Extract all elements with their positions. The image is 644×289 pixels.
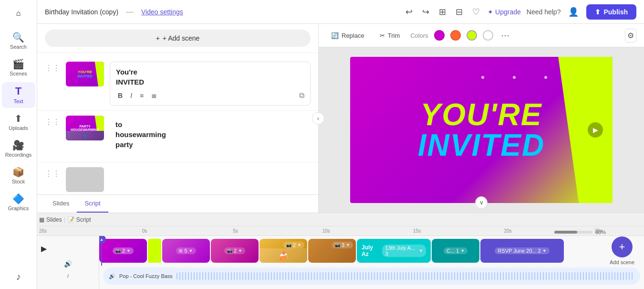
sidebar-item-stock[interactable]: 📦 Stock (2, 163, 35, 188)
scene-thumb-2[interactable]: PARTYHOUSEWARMING 👤 (66, 116, 104, 140)
slides-icon: ▦ (39, 216, 44, 223)
video-settings-link[interactable]: Video settings (141, 8, 183, 16)
scenes-icon: 🎬 (12, 59, 24, 69)
script-label: Script (76, 216, 91, 223)
favorite-button[interactable]: ♡ (470, 5, 482, 19)
recordings-icon: 🎥 (12, 140, 24, 150)
user-button[interactable]: 👤 (566, 5, 581, 19)
color-dot-purple[interactable] (434, 30, 445, 41)
sidebar-item-label: Graphics (8, 205, 29, 211)
sidebar-item-recordings[interactable]: 🎥 Recordings (2, 137, 35, 161)
upgrade-label: Upgrade (495, 8, 521, 16)
more-options-button[interactable]: ⋯ (499, 28, 511, 43)
sidebar: ⌂ 🔍 Search 🎬 Scenes T Text ⬆ Uploads 🎥 R… (0, 0, 37, 289)
tab-slides[interactable]: Slides (45, 195, 77, 213)
sidebar-item-scenes[interactable]: 🎬 Scenes (2, 55, 35, 80)
sidebar-item-text[interactable]: T Text (2, 82, 35, 108)
preview-youre: YOU'RE (418, 99, 545, 130)
timeline-header: ▦ Slides | 📝 Script (37, 213, 644, 226)
clip-july-label: July Az (362, 244, 380, 257)
timeline-ruler: 26s 0s 5s 10s 15s 20s 25s 80% (37, 226, 644, 236)
colors-label: Colors (410, 32, 428, 39)
tab-script[interactable]: Script (77, 195, 108, 213)
sidebar-item-graphics[interactable]: 🔷 Graphics (2, 190, 35, 215)
scene-item-3: ⋮⋮ (37, 162, 318, 194)
music-icon: ♪ (16, 272, 21, 281)
undo-button[interactable]: ↩ (404, 5, 415, 19)
project-title: Birthday Invitation (copy) (45, 8, 118, 16)
drag-handle-1[interactable]: ⋮⋮ (45, 64, 60, 73)
home-button[interactable]: ⌂ (2, 4, 35, 23)
sidebar-item-label: Text (13, 98, 23, 104)
expand-button[interactable]: ∨ (475, 196, 488, 209)
clip-9[interactable]: RSVP June 20... 2 ▼ (480, 239, 564, 263)
split-view-button[interactable]: ⊟ (454, 5, 465, 19)
scene-item-2: ⋮⋮ PARTYHOUSEWARMING 👤 to (37, 111, 318, 162)
scene-text-content-2: to housewarming party (115, 119, 305, 150)
preview-area: ‹ 🔄 Replace ✂ Trim Colors ⋯ ⚙ (319, 24, 644, 213)
redo-button[interactable]: ↪ (420, 5, 431, 19)
left-panel-top: + + Add scene (37, 24, 318, 53)
clip-4[interactable]: 📷 2 ▼ (211, 239, 259, 263)
add-scene-circle-button[interactable]: + (612, 236, 633, 257)
add-icon: + (156, 34, 160, 42)
bold-button[interactable]: B (116, 91, 125, 100)
drag-handle-2[interactable]: ⋮⋮ (45, 118, 60, 127)
clip-1[interactable]: 📷 2 ▼ (99, 239, 147, 263)
grid-view-button[interactable]: ⊞ (437, 5, 448, 19)
sidebar-item-label: Stock (12, 179, 25, 184)
sidebar-item-search[interactable]: 🔍 Search (2, 29, 35, 54)
help-label[interactable]: Need help? (527, 8, 561, 16)
italic-button[interactable]: I (128, 91, 134, 100)
replace-button[interactable]: 🔄 Replace (326, 29, 369, 42)
timeline: ▦ Slides | 📝 Script 26s 0s 5s 10s 15s 20… (37, 213, 644, 289)
scene-text-editor-1[interactable]: You're INVITED B I ≡ ≣ ⧉ (110, 62, 311, 106)
audio-label: Pop - Cool Fuzzy Bass (119, 273, 173, 279)
color-dot-white[interactable] (483, 30, 493, 41)
clip-8[interactable]: C... 1 ▼ (432, 239, 479, 263)
drag-handle-3[interactable]: ⋮⋮ (45, 169, 60, 178)
publish-button[interactable]: ⬆ Publish (586, 4, 636, 20)
scene-thumb-1[interactable]: YOU'RE INVITED (66, 62, 104, 86)
preview-invited: INVITED (418, 130, 545, 161)
add-scene-button[interactable]: + + Add scene (45, 30, 311, 47)
timeline-slides-tab[interactable]: ▦ Slides (39, 216, 62, 223)
clip-transition-1[interactable] (148, 239, 161, 263)
audio-track[interactable]: 🔊 Pop - Cool Fuzzy Bass (103, 268, 640, 285)
timeline-content: ▲ 📷 2 ▼ ⊞ 5 ▼ (99, 236, 644, 289)
timeline-script-tab[interactable]: 📝 Script (67, 216, 91, 223)
sidebar-item-label: Search (10, 44, 27, 50)
trim-button[interactable]: ✂ Trim (375, 29, 405, 42)
timeline-scrollable[interactable]: ▲ 📷 2 ▼ ⊞ 5 ▼ (99, 236, 644, 289)
clip-3[interactable]: ⊞ 5 ▼ (162, 239, 210, 263)
clip-6[interactable]: 📷 3 ▼ (308, 239, 356, 263)
sidebar-item-music[interactable]: ♪ (2, 268, 35, 285)
collapse-panel-button[interactable]: ‹ (312, 112, 324, 125)
main-area: + + Add scene ⋮⋮ YOU'RE INVITED (37, 24, 644, 289)
scene-text-content-1: You're INVITED (116, 67, 304, 87)
zoom-bar[interactable] (554, 231, 592, 234)
title-separator: — (126, 8, 134, 16)
audio-icon-button[interactable]: 🔊 (41, 259, 95, 268)
scene-thumb-3[interactable] (66, 167, 104, 192)
upgrade-button[interactable]: ✦ Upgrade (488, 8, 521, 16)
clip-5[interactable]: 📷 2 ▼ 🍰 (260, 239, 307, 263)
scene-item-1: ⋮⋮ YOU'RE INVITED You're (37, 57, 318, 111)
sidebar-item-uploads[interactable]: ⬆ Uploads (2, 110, 35, 135)
timeline-playhead[interactable]: ▲ (101, 236, 102, 266)
color-dot-orange[interactable] (450, 30, 461, 41)
left-panel: + + Add scene ⋮⋮ YOU'RE INVITED (37, 24, 319, 213)
clip-7-july[interactable]: July Az 13th July A... 3 ▼ (357, 239, 431, 263)
publish-label: Publish (603, 8, 628, 16)
copy-button-1[interactable]: ⧉ (299, 91, 304, 100)
search-icon: 🔍 (12, 32, 24, 42)
ordered-list-button[interactable]: ≣ (149, 91, 159, 100)
preview-play-button[interactable]: ▶ (588, 122, 603, 138)
sidebar-item-label: Recordings (5, 152, 32, 158)
timeline-play-button[interactable]: ▶ (41, 244, 47, 253)
stock-icon: 📦 (12, 167, 24, 177)
color-dot-green[interactable] (467, 30, 477, 41)
music-track-button[interactable]: ♪ (41, 270, 95, 280)
unordered-list-button[interactable]: ≡ (138, 91, 145, 100)
canvas-settings-button[interactable]: ⚙ (625, 29, 636, 43)
